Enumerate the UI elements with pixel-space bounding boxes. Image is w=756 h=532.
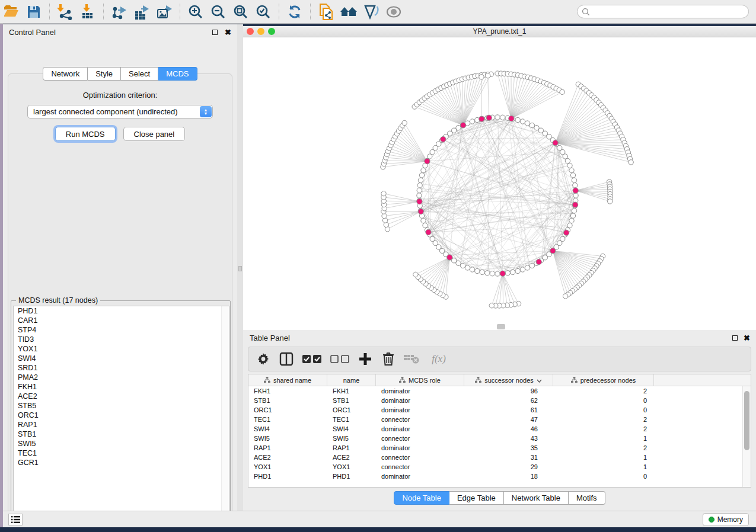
deselect-all-icon[interactable]	[328, 350, 351, 368]
table-cell[interactable]: YOX1	[248, 462, 327, 472]
network-node[interactable]	[479, 75, 484, 79]
table-cell[interactable]: 1	[553, 462, 654, 472]
network-node[interactable]	[381, 191, 386, 196]
table-cell[interactable]: SWI4	[327, 424, 376, 434]
network-node[interactable]	[465, 265, 470, 270]
network-node[interactable]	[565, 158, 570, 163]
table-cell[interactable]: connector	[376, 434, 464, 443]
network-node[interactable]	[500, 115, 505, 120]
network-node[interactable]	[563, 294, 567, 299]
network-node[interactable]	[500, 271, 505, 276]
network-node[interactable]	[560, 89, 564, 94]
tab-style[interactable]: Style	[88, 67, 121, 81]
search-input[interactable]	[592, 7, 748, 17]
network-node[interactable]	[417, 188, 422, 193]
table-cell[interactable]: connector	[376, 415, 464, 424]
table-cell[interactable]: 2	[553, 415, 654, 424]
mcds-result-item[interactable]: STB1	[14, 430, 229, 439]
network-node[interactable]	[441, 136, 446, 142]
splitter-handle-icon[interactable]	[238, 266, 242, 271]
network-node[interactable]	[550, 248, 556, 254]
network-node[interactable]	[573, 188, 578, 193]
table-cell[interactable]: dominator	[376, 396, 464, 405]
network-node[interactable]	[536, 259, 541, 264]
table-cell[interactable]: 2	[553, 443, 654, 453]
network-node[interactable]	[573, 183, 578, 188]
network-node[interactable]	[553, 140, 558, 146]
network-node[interactable]	[572, 178, 576, 182]
table-cell[interactable]: 47	[464, 415, 553, 424]
network-node[interactable]	[419, 173, 424, 178]
table-cell[interactable]: TEC1	[327, 415, 376, 424]
table-row[interactable]: ORC1ORC1dominator610	[248, 405, 751, 415]
network-node[interactable]	[525, 265, 529, 270]
open-file-icon[interactable]	[1, 2, 21, 21]
network-node[interactable]	[417, 199, 422, 204]
network-view-canvas[interactable]	[243, 37, 756, 330]
export-network-icon[interactable]	[109, 2, 129, 21]
network-node[interactable]	[417, 193, 422, 198]
table-row[interactable]: FKH1FKH1dominator962	[248, 386, 751, 396]
mcds-result-item[interactable]: TID3	[14, 335, 229, 344]
network-node[interactable]	[572, 202, 578, 207]
table-cell[interactable]: dominator	[376, 386, 464, 396]
table-cell[interactable]: dominator	[376, 443, 464, 453]
network-home-icon[interactable]	[339, 2, 359, 21]
column-header-shared-name[interactable]: shared name	[248, 374, 327, 386]
table-cell[interactable]: FKH1	[248, 386, 327, 396]
network-node[interactable]	[460, 263, 465, 268]
column-header-predecessor-nodes[interactable]: predecessor nodes	[553, 374, 654, 386]
delete-table-icon[interactable]	[403, 350, 420, 368]
network-node[interactable]	[418, 178, 423, 182]
table-cell[interactable]: connector	[376, 462, 464, 472]
network-node[interactable]	[608, 199, 613, 204]
network-node[interactable]	[421, 218, 426, 223]
network-node[interactable]	[413, 272, 418, 277]
network-node[interactable]	[461, 123, 466, 128]
network-node[interactable]	[426, 229, 431, 235]
column-header-name[interactable]: name	[327, 374, 376, 386]
table-cell[interactable]: connector	[376, 453, 464, 462]
mcds-result-item[interactable]: STP4	[14, 325, 229, 335]
table-cell[interactable]: 2	[553, 424, 654, 434]
table-cell[interactable]: 2	[553, 386, 654, 396]
network-node[interactable]	[423, 223, 428, 227]
network-node[interactable]	[490, 271, 495, 276]
panel-splitter[interactable]	[237, 24, 243, 511]
network-node[interactable]	[515, 268, 520, 273]
network-node[interactable]	[470, 267, 474, 272]
network-hscrollbar[interactable]	[497, 324, 505, 329]
mcds-result-item[interactable]: FKH1	[14, 382, 229, 392]
zoom-out-icon[interactable]	[208, 2, 228, 21]
table-cell[interactable]: SWI4	[248, 424, 327, 434]
table-cell[interactable]: 43	[464, 434, 553, 443]
network-node[interactable]	[382, 218, 387, 223]
column-header-successor-nodes[interactable]: successor nodes	[464, 374, 553, 386]
mcds-result-item[interactable]: CAR1	[14, 316, 229, 325]
clone-network-icon[interactable]	[316, 2, 336, 21]
table-cell[interactable]: TEC1	[248, 415, 327, 424]
network-window-titlebar[interactable]: YPA_prune.txt_1	[243, 26, 756, 37]
tab-motifs[interactable]: Motifs	[569, 491, 605, 505]
mcds-result-item[interactable]: PHD1	[14, 306, 229, 316]
network-node[interactable]	[525, 121, 529, 126]
table-cell[interactable]: dominator	[376, 405, 464, 415]
network-node[interactable]	[629, 160, 633, 165]
network-node[interactable]	[489, 303, 494, 308]
mcds-result-item[interactable]: GCR1	[14, 458, 229, 467]
table-cell[interactable]: 1	[553, 434, 654, 443]
float-window-icon[interactable]	[732, 335, 738, 341]
network-node[interactable]	[511, 270, 515, 274]
mcds-list-scrollbar[interactable]	[221, 306, 229, 518]
refresh-icon[interactable]	[285, 2, 305, 21]
table-cell[interactable]: STB1	[327, 396, 376, 405]
table-row[interactable]: SWI4SWI4dominator462	[248, 424, 751, 434]
save-session-icon[interactable]	[24, 2, 44, 21]
network-node[interactable]	[382, 213, 387, 218]
table-cell[interactable]: RAP1	[248, 443, 327, 453]
mcds-result-item[interactable]: SWI4	[14, 354, 229, 363]
mcds-result-item[interactable]: ACE2	[14, 392, 229, 401]
import-network-icon[interactable]	[55, 2, 75, 21]
table-cell[interactable]: STB1	[248, 396, 327, 405]
table-row[interactable]: SWI5SWI5connector431	[248, 434, 751, 443]
